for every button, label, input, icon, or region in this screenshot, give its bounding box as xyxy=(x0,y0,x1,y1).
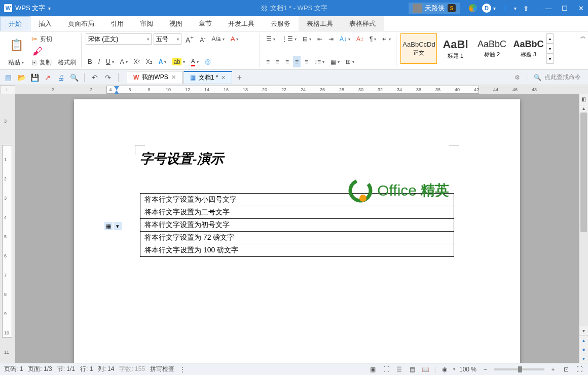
menu-insert[interactable]: 插入 xyxy=(30,16,60,31)
status-page-no[interactable]: 页码: 1 xyxy=(4,365,23,373)
doc-tab-document1[interactable]: ▦ 文档1 * ✕ xyxy=(183,71,233,84)
shrink-font-button[interactable]: A- xyxy=(198,33,207,45)
borders-button[interactable]: ⊞▾ xyxy=(344,56,356,67)
text-direction-button[interactable]: A↓▾ xyxy=(338,33,352,45)
grow-font-button[interactable]: A+ xyxy=(183,33,196,45)
table-row[interactable]: 将本行文字设置为 100 磅文字 xyxy=(140,244,454,257)
format-painter-large[interactable]: 🖌 xyxy=(28,46,54,57)
align-justify-button[interactable]: ≡ xyxy=(293,56,301,67)
align-right-button[interactable]: ≡ xyxy=(283,56,291,67)
fit-page-button[interactable]: ⊡ xyxy=(562,365,571,374)
table-cell[interactable]: 将本行文字设置为 72 磅文字 xyxy=(140,232,454,244)
paragraph-handle[interactable]: ▦ ▾ xyxy=(104,222,122,230)
vertical-ruler[interactable]: 31234567891011121314 xyxy=(0,94,15,363)
zoom-slider-thumb[interactable] xyxy=(518,366,522,372)
scroll-up-button[interactable]: ▴ xyxy=(579,103,588,113)
table-row[interactable]: 将本行文字设置为初号文字 xyxy=(140,219,454,232)
menu-chapter[interactable]: 章节 xyxy=(191,16,220,31)
underline-button[interactable]: U▾ xyxy=(104,56,116,67)
superscript-button[interactable]: X² xyxy=(132,56,142,67)
change-case-button[interactable]: A/a▾ xyxy=(210,33,227,45)
maximize-button[interactable]: ☐ xyxy=(558,1,572,15)
menu-view[interactable]: 视图 xyxy=(161,16,191,31)
table-cell[interactable]: 将本行文字设置为 100 磅文字 xyxy=(140,244,454,257)
scroll-down-button[interactable]: ▾ xyxy=(579,326,588,335)
multilevel-list-button[interactable]: ⊟▾ xyxy=(301,33,313,45)
italic-button[interactable]: I xyxy=(96,56,102,67)
macro-icon[interactable]: ◉ xyxy=(440,365,449,374)
font-size-select[interactable]: 五号▾ xyxy=(154,33,181,45)
app-menu-arrow[interactable]: ▾ xyxy=(48,6,51,11)
menu-home[interactable]: 开始 xyxy=(0,16,30,31)
browse-object-button[interactable]: ● xyxy=(579,345,588,354)
menu-table-styles[interactable]: 表格样式 xyxy=(341,16,384,31)
phonetic-button[interactable]: ㊭ xyxy=(203,56,213,67)
document-heading[interactable]: 字号设置-演示 xyxy=(140,150,454,168)
table-cell[interactable]: 将本行文字设置为二号文字 xyxy=(140,206,454,219)
panel-toggle-icon[interactable]: ◧ xyxy=(579,94,588,103)
increase-indent-button[interactable]: ⇥ xyxy=(326,33,336,45)
view-outline[interactable]: ☰ xyxy=(395,365,404,374)
number-list-button[interactable]: ⋮☰▾ xyxy=(279,33,299,45)
status-section[interactable]: 节: 1/1 xyxy=(57,365,75,373)
style-nav-more[interactable]: ▾ xyxy=(546,54,554,64)
zoom-slider[interactable] xyxy=(494,368,544,370)
fullscreen-toggle[interactable]: ⛶ xyxy=(575,365,584,374)
menu-cloud[interactable]: 云服务 xyxy=(263,16,299,31)
style-nav-down[interactable]: ▾ xyxy=(546,44,554,54)
format-painter-button[interactable]: 格式刷 xyxy=(56,57,78,68)
table-row[interactable]: 将本行文字设置为 72 磅文字 xyxy=(140,232,454,244)
font-name-select[interactable]: 宋体 (正文)▾ xyxy=(86,33,152,45)
clear-format-button[interactable]: A̶▾ xyxy=(229,33,240,45)
cut-button[interactable]: ✂剪切 xyxy=(28,33,54,45)
paste-button[interactable]: 📋 xyxy=(6,36,26,54)
menu-table-tools[interactable]: 表格工具 xyxy=(299,16,341,31)
highlight-button[interactable]: ab▾ xyxy=(170,56,187,67)
sort-button[interactable]: A↕ xyxy=(354,33,365,45)
shading-button[interactable]: ▦▾ xyxy=(328,56,342,67)
d-icon[interactable]: D xyxy=(482,4,491,13)
export-button[interactable]: ↗ xyxy=(43,72,53,83)
tab-close-icon[interactable]: ✕ xyxy=(221,74,226,81)
view-web[interactable]: ▤ xyxy=(408,365,417,374)
undo-button[interactable]: ↶ xyxy=(90,72,100,83)
view-fullscreen[interactable]: ⛶ xyxy=(382,365,391,374)
print-preview-button[interactable]: 🔍 xyxy=(69,72,79,83)
menu-dev-tools[interactable]: 开发工具 xyxy=(220,16,263,31)
status-col[interactable]: 列: 14 xyxy=(98,365,114,373)
next-page-button[interactable]: ▾ xyxy=(579,354,588,363)
view-reading[interactable]: 📖 xyxy=(421,365,430,374)
menu-references[interactable]: 引用 xyxy=(102,16,132,31)
text-effects-button[interactable]: A▾ xyxy=(157,56,169,67)
add-tab-button[interactable]: + xyxy=(233,71,245,84)
doc-tab-mywps[interactable]: W 我的WPS ✕ xyxy=(127,71,182,84)
redo-button[interactable]: ↷ xyxy=(103,72,113,83)
scroll-track[interactable] xyxy=(579,113,588,326)
decrease-indent-button[interactable]: ⇤ xyxy=(315,33,324,45)
upload-icon[interactable]: ⇧ xyxy=(519,1,533,15)
show-marks-button[interactable]: ¶▾ xyxy=(368,33,378,45)
document-scroll[interactable]: 字号设置-演示 Office 精英 ▦ ▾ 将本行文字设置为小四号文字将本行文字… xyxy=(15,94,579,363)
tab-close-icon[interactable]: ✕ xyxy=(171,74,176,81)
d-arrow[interactable]: ▾ xyxy=(493,6,496,11)
prev-page-button[interactable]: ▴ xyxy=(579,335,588,345)
status-words[interactable]: 字数: 155 xyxy=(119,365,145,373)
table-cell[interactable]: 将本行文字设置为初号文字 xyxy=(140,219,454,232)
scroll-thumb[interactable] xyxy=(580,113,587,232)
command-search[interactable]: ⚙ | 🔍 点此查找命令 xyxy=(514,73,585,82)
view-print-layout[interactable]: ▣ xyxy=(369,365,378,374)
bullet-list-button[interactable]: ☰▾ xyxy=(264,33,277,45)
help-arrow[interactable]: ▾ xyxy=(514,6,517,11)
status-spellcheck[interactable]: 拼写检查 xyxy=(150,365,174,373)
style-heading1[interactable]: AaBl 标题 1 xyxy=(437,33,473,64)
macro-arrow[interactable]: ▾ xyxy=(453,367,455,371)
status-lang-icon[interactable]: ⋮ xyxy=(179,366,186,373)
zoom-level[interactable]: 100 % xyxy=(459,366,476,373)
align-distributed-button[interactable]: ≡ xyxy=(303,56,310,67)
zoom-out-button[interactable]: − xyxy=(481,365,490,374)
menu-page-layout[interactable]: 页面布局 xyxy=(60,16,102,31)
help-icon[interactable]: ? xyxy=(498,1,512,15)
minimize-button[interactable]: — xyxy=(541,1,556,15)
ribbon-collapse-button[interactable]: ︽ xyxy=(580,32,586,40)
style-heading3[interactable]: AaBbC 标题 3 xyxy=(510,33,546,64)
